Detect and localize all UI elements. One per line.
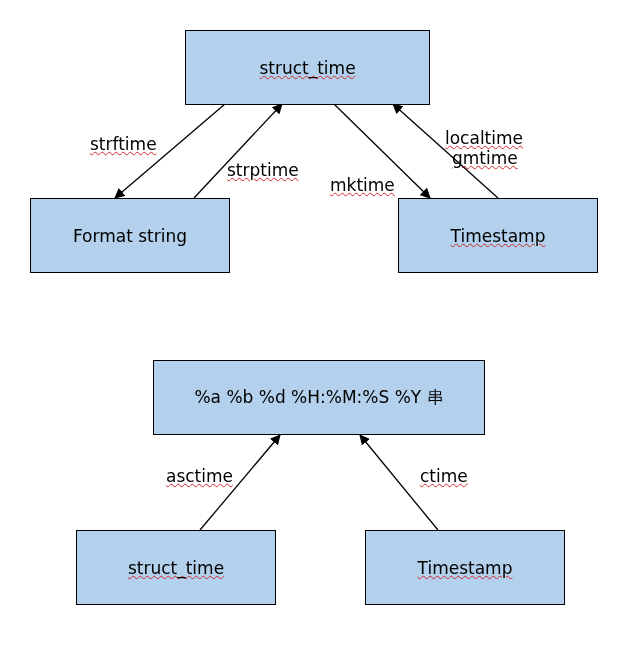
label-localtime: localtime <box>445 128 523 148</box>
box-struct-time-bottom: struct_time <box>76 530 276 605</box>
box-format-string: Format string <box>30 198 230 273</box>
diagram-canvas: struct_time Format string Timestamp strf… <box>0 0 640 651</box>
label-gmtime: gmtime <box>452 148 518 168</box>
box-format-pattern: %a %b %d %H:%M:%S %Y 串 <box>153 360 485 435</box>
label-ctime: ctime <box>420 466 468 486</box>
label-strptime: strptime <box>227 160 299 180</box>
arrow-strptime <box>194 104 282 198</box>
box-timestamp-top: Timestamp <box>398 198 598 273</box>
box-timestamp-bottom-label: Timestamp <box>418 558 513 578</box>
label-mktime: mktime <box>330 175 395 195</box>
box-timestamp-top-label: Timestamp <box>451 226 546 246</box>
box-format-pattern-label: %a %b %d %H:%M:%S %Y 串 <box>194 386 443 409</box>
box-format-string-label: Format string <box>73 226 187 246</box>
box-struct-time-bottom-label: struct_time <box>128 558 224 578</box>
box-struct-time-top-label: struct_time <box>259 58 355 78</box>
label-asctime: asctime <box>166 466 233 486</box>
box-timestamp-bottom: Timestamp <box>365 530 565 605</box>
label-strftime: strftime <box>90 134 157 154</box>
box-struct-time-top: struct_time <box>185 30 430 105</box>
